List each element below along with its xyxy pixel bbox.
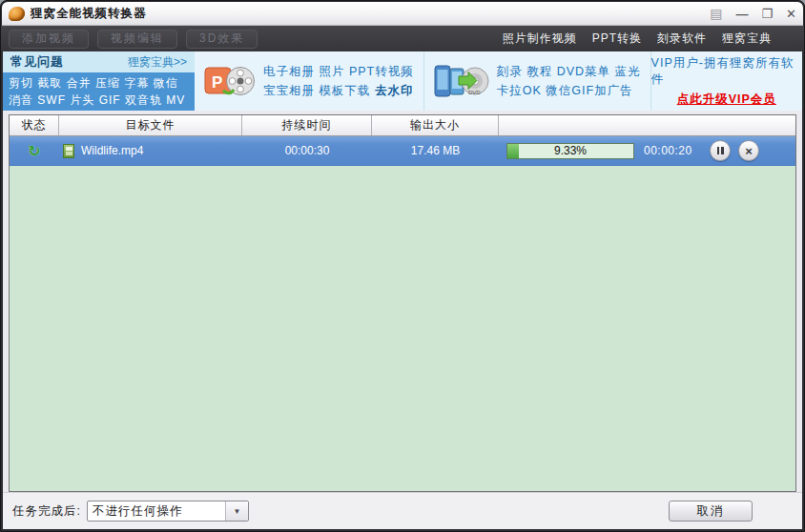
faq-box: 常见问题 狸窝宝典>> 剪切 截取 合并 压缩 字幕 微信 消音 SWF 片头 …: [3, 51, 195, 111]
svg-text:DVD: DVD: [468, 90, 481, 95]
empty-list-area[interactable]: [10, 166, 795, 491]
ppt-promo-section[interactable]: P 电子相册 照片 PPT转视频 宝宝相册 模板下载 去水印: [195, 51, 423, 111]
after-task-dropdown[interactable]: 不进行任何操作 ▼: [87, 501, 249, 522]
faq-baodian-link[interactable]: 狸窝宝典>>: [128, 54, 187, 71]
chevron-down-icon: ▼: [234, 507, 241, 516]
window-title: 狸窝全能视频转换器: [31, 6, 147, 22]
file-name: Wildlife.mp4: [81, 144, 143, 157]
promo-strip: 常见问题 狸窝宝典>> 剪切 截取 合并 压缩 字幕 微信 消音 SWF 片头 …: [3, 51, 802, 111]
output-size-value: 17.46 MB: [372, 144, 499, 157]
table-row[interactable]: ↻ Wildlife.mp4 00:00:30 17.46 MB 9.33% 0…: [10, 136, 795, 166]
device-dvd-icon: DVD: [434, 61, 489, 101]
column-header-output-size[interactable]: 输出大小: [372, 115, 499, 135]
vip-text: VIP用户-拥有狸窝所有软件: [651, 55, 802, 88]
dropdown-arrow-button[interactable]: ▼: [225, 501, 248, 521]
elapsed-time: 00:00:20: [644, 144, 692, 157]
menu-liwo-baodian[interactable]: 狸窝宝典: [722, 31, 772, 47]
progress-bar: 9.33%: [506, 143, 634, 159]
svg-text:P: P: [212, 73, 222, 92]
faq-tags-line1[interactable]: 剪切 截取 合并 压缩 字幕 微信: [9, 74, 189, 92]
video-file-icon: [63, 144, 74, 158]
table-header: 状态 目标文件 持续时间 输出大小: [10, 115, 795, 136]
converting-status-icon: ↻: [28, 142, 40, 160]
burn-promo-section[interactable]: DVD 刻录 教程 DVD菜单 蓝光 卡拉OK 微信GIF加广告: [423, 51, 650, 111]
close-x-icon: ×: [745, 145, 753, 157]
close-button[interactable]: ✕: [786, 8, 796, 20]
ppt-promo-line2[interactable]: 宝宝相册 模板下载: [263, 84, 375, 97]
effect-3d-button[interactable]: 3D效果: [186, 30, 258, 49]
add-video-button[interactable]: 添加视频: [9, 30, 89, 49]
vip-box: VIP用户-拥有狸窝所有软件 点此升级VIP会员: [650, 51, 802, 111]
faq-tags-line2[interactable]: 消音 SWF 片头 GIF 双音轨 MV: [9, 92, 189, 109]
menu-burn-software[interactable]: 刻录软件: [657, 31, 707, 47]
burn-promo-line1[interactable]: 刻录 教程 DVD菜单 蓝光: [497, 62, 641, 81]
after-task-label: 任务完成后:: [12, 503, 81, 520]
minimize-button[interactable]: —: [735, 8, 748, 20]
main-toolbar: 添加视频 视频编辑 3D效果 照片制作视频 PPT转换 刻录软件 狸窝宝典: [1, 26, 804, 51]
burn-promo-line2[interactable]: 卡拉OK 微信GIF加广告: [497, 81, 641, 100]
watermark-remove-link[interactable]: 去水印: [375, 84, 414, 97]
duration-value: 00:00:30: [242, 144, 372, 157]
task-list: 状态 目标文件 持续时间 输出大小 ↻ Wildlife.mp4 00:00:3…: [9, 114, 796, 492]
pause-icon: [717, 147, 724, 154]
app-window: 狸窝全能视频转换器 ▤ — ❐ ✕ 添加视频 视频编辑 3D效果 照片制作视频 …: [0, 0, 805, 532]
remove-task-button[interactable]: ×: [738, 140, 759, 161]
app-logo-icon: [9, 7, 25, 21]
column-header-status[interactable]: 状态: [10, 115, 59, 135]
edit-video-button[interactable]: 视频编辑: [97, 30, 177, 49]
maximize-button[interactable]: ❐: [761, 8, 773, 20]
footer-bar: 任务完成后: 不进行任何操作 ▼ 取消: [3, 492, 802, 529]
menu-ppt-convert[interactable]: PPT转换: [592, 31, 642, 47]
toolbar-menu: 照片制作视频 PPT转换 刻录软件 狸窝宝典: [503, 31, 772, 47]
after-task-selected-value: 不进行任何操作: [88, 503, 225, 520]
title-bar: 狸窝全能视频转换器 ▤ — ❐ ✕: [2, 2, 803, 26]
cancel-button[interactable]: 取消: [669, 501, 753, 522]
column-header-duration[interactable]: 持续时间: [242, 115, 372, 135]
ppt-film-reel-icon: P: [204, 61, 256, 101]
faq-tags[interactable]: 剪切 截取 合并 压缩 字幕 微信 消音 SWF 片头 GIF 双音轨 MV: [3, 72, 195, 111]
pause-button[interactable]: [710, 140, 731, 161]
content-area: 状态 目标文件 持续时间 输出大小 ↻ Wildlife.mp4 00:00:3…: [3, 111, 802, 492]
column-header-blank: [499, 115, 795, 135]
vip-upgrade-link[interactable]: 点此升级VIP会员: [677, 92, 776, 108]
window-menu-icon[interactable]: ▤: [710, 7, 722, 20]
menu-photo-to-video[interactable]: 照片制作视频: [503, 31, 577, 47]
faq-title: 常见问题: [10, 53, 64, 71]
ppt-promo-line1[interactable]: 电子相册 照片 PPT转视频: [263, 62, 414, 81]
column-header-target-file[interactable]: 目标文件: [59, 115, 242, 135]
progress-percent-label: 9.33%: [507, 144, 633, 158]
